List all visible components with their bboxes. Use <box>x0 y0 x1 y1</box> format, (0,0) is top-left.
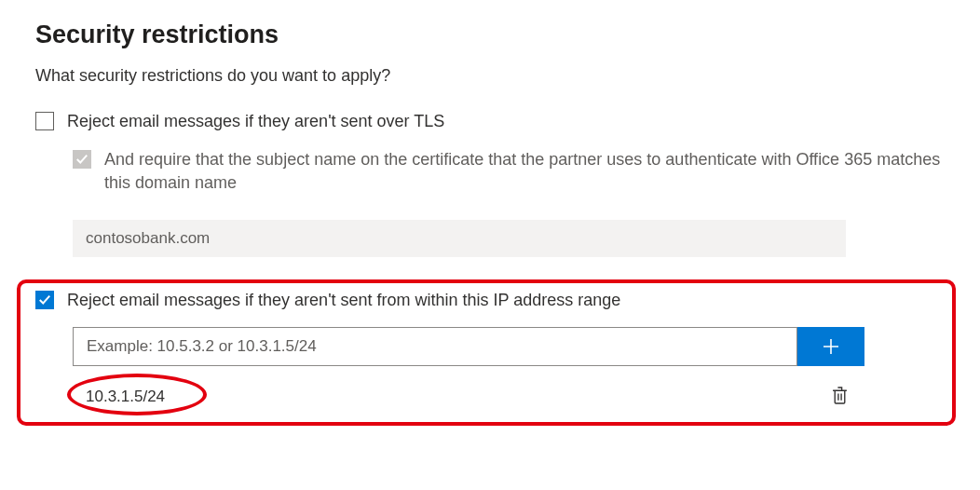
page-title: Security restrictions <box>35 20 945 49</box>
tls-checkbox[interactable] <box>35 112 54 130</box>
ip-input-wrap <box>73 327 797 366</box>
tls-label: Reject email messages if they aren't sen… <box>67 110 444 133</box>
cert-option-block: And require that the subject name on the… <box>73 148 945 256</box>
check-icon <box>38 293 51 306</box>
ip-list: 10.3.1.5/24 <box>73 381 864 413</box>
tls-option-row: Reject email messages if they aren't sen… <box>35 110 945 133</box>
ip-checkbox[interactable] <box>35 291 54 309</box>
ip-list-item: 10.3.1.5/24 <box>73 381 864 413</box>
add-ip-button[interactable] <box>797 327 864 366</box>
trash-icon <box>832 387 848 404</box>
ip-entry-value: 10.3.1.5/24 <box>86 388 165 406</box>
plus-icon <box>822 337 840 356</box>
cert-label: And require that the subject name on the… <box>104 148 945 195</box>
ip-label: Reject email messages if they aren't sen… <box>67 289 620 312</box>
delete-ip-button[interactable] <box>828 383 851 411</box>
cert-domain-input <box>73 220 846 257</box>
ip-option-block: Reject email messages if they aren't sen… <box>35 289 945 413</box>
cert-checkbox <box>73 150 91 169</box>
intro-text: What security restrictions do you want t… <box>35 66 945 86</box>
ip-input[interactable] <box>74 328 796 365</box>
